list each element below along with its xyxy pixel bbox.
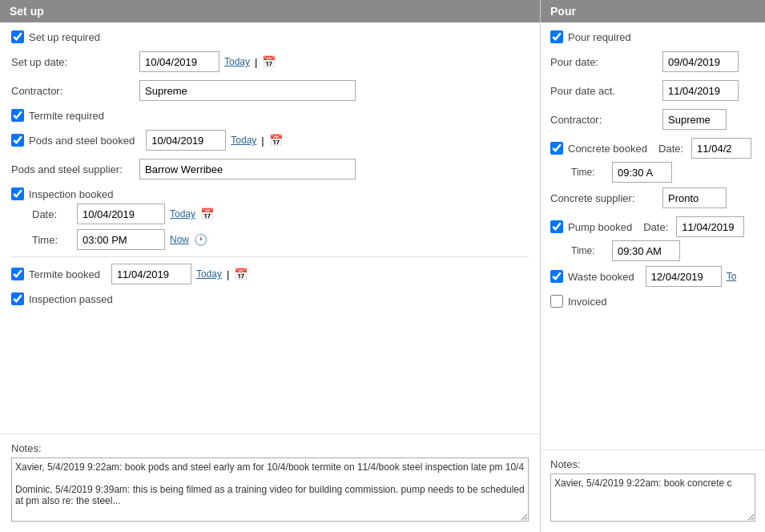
termite-booked-row: Termite booked Today | 📅 bbox=[11, 264, 529, 284]
invoiced-row: Invoiced bbox=[550, 295, 755, 308]
termite-calendar-icon[interactable]: 📅 bbox=[234, 268, 248, 280]
pour-date-value-group bbox=[662, 51, 739, 72]
pour-contractor-label: Contractor: bbox=[550, 114, 662, 126]
waste-booked-row: Waste booked To bbox=[550, 266, 755, 287]
pods-steel-checkbox[interactable] bbox=[11, 134, 24, 147]
termite-today-link[interactable]: Today bbox=[196, 268, 222, 280]
pour-contractor-row: Contractor: bbox=[550, 109, 755, 130]
left-notes-section: Notes: bbox=[0, 433, 540, 532]
pods-supplier-input[interactable] bbox=[139, 159, 356, 179]
pump-booked-checkbox[interactable] bbox=[550, 220, 563, 233]
pour-contractor-value-group bbox=[662, 109, 727, 130]
waste-date-input[interactable] bbox=[646, 266, 722, 287]
pods-steel-date-sep: | bbox=[261, 135, 264, 147]
concrete-booked-row: Concrete booked Date: bbox=[550, 138, 755, 159]
pour-date-label: Pour date: bbox=[550, 56, 662, 68]
concrete-supplier-label: Concrete supplier: bbox=[550, 192, 662, 204]
concrete-supplier-input[interactable] bbox=[662, 187, 727, 208]
pour-date-input[interactable] bbox=[662, 51, 739, 72]
termite-date-sep: | bbox=[227, 268, 229, 280]
inspection-time-input[interactable] bbox=[77, 229, 165, 250]
setup-date-sep: | bbox=[255, 56, 257, 68]
setup-calendar-icon[interactable]: 📅 bbox=[262, 55, 276, 68]
pour-date-row: Pour date: bbox=[550, 51, 755, 72]
setup-date-row: Set up date: Today | 📅 bbox=[11, 51, 529, 72]
pods-supplier-row: Pods and steel supplier: bbox=[11, 159, 529, 179]
inspection-calendar-icon[interactable]: 📅 bbox=[200, 208, 214, 220]
concrete-time-row: Time: bbox=[571, 162, 755, 183]
inspection-time-row: Time: Now 🕐 bbox=[32, 229, 529, 250]
pour-contractor-input[interactable] bbox=[662, 109, 727, 130]
inspection-passed-row: Inspection passed bbox=[11, 292, 529, 305]
pump-booked-row: Pump booked Date: bbox=[550, 216, 755, 237]
inspection-passed-label: Inspection passed bbox=[29, 293, 113, 305]
left-notes-textarea[interactable] bbox=[11, 457, 529, 522]
inspection-booked-checkbox[interactable] bbox=[11, 187, 24, 200]
termite-required-label: Termite required bbox=[29, 110, 104, 122]
concrete-time-input[interactable] bbox=[612, 162, 672, 183]
termite-required-row: Termite required bbox=[11, 109, 529, 122]
inspection-booked-label: Inspection booked bbox=[29, 188, 114, 200]
inspection-date-label: Date: bbox=[32, 208, 72, 220]
pump-time-row: Time: bbox=[571, 240, 755, 261]
pods-steel-row: Pods and steel booked Today | 📅 bbox=[11, 130, 529, 151]
concrete-supplier-row: Concrete supplier: bbox=[550, 187, 755, 208]
inspection-passed-checkbox[interactable] bbox=[11, 292, 24, 305]
left-notes-label: Notes: bbox=[11, 442, 529, 454]
termite-required-checkbox[interactable] bbox=[11, 109, 24, 122]
right-notes-section: Notes: bbox=[541, 449, 765, 532]
pour-date-act-row: Pour date act. bbox=[550, 80, 755, 101]
pour-required-checkbox[interactable] bbox=[550, 30, 563, 43]
setup-date-value-group: Today | 📅 bbox=[139, 51, 276, 72]
setup-date-label: Set up date: bbox=[11, 56, 139, 68]
pods-supplier-value-group bbox=[139, 159, 356, 179]
pump-date-inline-label: Date: bbox=[643, 221, 668, 233]
right-notes-label: Notes: bbox=[550, 458, 755, 470]
inspection-today-link[interactable]: Today bbox=[170, 208, 195, 220]
inspection-booked-row: Inspection booked bbox=[11, 187, 529, 200]
inspection-clock-icon[interactable]: 🕐 bbox=[194, 233, 207, 246]
setup-required-label: Set up required bbox=[29, 31, 100, 43]
setup-required-checkbox[interactable] bbox=[11, 30, 24, 43]
inspection-time-label: Time: bbox=[32, 234, 72, 246]
pods-steel-today-link[interactable]: Today bbox=[231, 135, 256, 146]
concrete-time-label: Time: bbox=[571, 167, 607, 178]
contractor-value-group bbox=[139, 80, 356, 101]
pour-header: Pour bbox=[541, 0, 765, 22]
contractor-label: Contractor: bbox=[11, 85, 139, 97]
concrete-booked-checkbox[interactable] bbox=[550, 142, 563, 155]
termite-date-input[interactable] bbox=[111, 264, 191, 284]
concrete-date-input[interactable] bbox=[691, 138, 751, 159]
setup-header: Set up bbox=[0, 0, 540, 22]
pods-steel-date-input[interactable] bbox=[146, 130, 226, 151]
contractor-row: Contractor: bbox=[11, 80, 529, 101]
pump-time-label: Time: bbox=[571, 245, 607, 256]
invoiced-checkbox[interactable] bbox=[550, 295, 563, 308]
pump-date-input[interactable] bbox=[676, 216, 744, 237]
pour-required-label: Pour required bbox=[568, 31, 631, 43]
concrete-date-inline-label: Date: bbox=[658, 143, 683, 155]
inspection-date-row: Date: Today 📅 bbox=[32, 204, 529, 224]
pump-booked-label: Pump booked bbox=[568, 221, 632, 233]
termite-booked-checkbox[interactable] bbox=[11, 268, 24, 280]
pods-steel-label: Pods and steel booked bbox=[29, 135, 135, 147]
pump-time-input[interactable] bbox=[612, 240, 680, 261]
setup-required-row: Set up required bbox=[11, 30, 529, 43]
setup-date-input[interactable] bbox=[139, 51, 219, 72]
waste-booked-checkbox[interactable] bbox=[550, 270, 563, 283]
right-notes-textarea[interactable] bbox=[550, 474, 755, 522]
concrete-booked-label: Concrete booked bbox=[568, 143, 647, 155]
concrete-supplier-value-group bbox=[662, 187, 727, 208]
contractor-input[interactable] bbox=[139, 80, 356, 101]
inspection-date-input[interactable] bbox=[77, 204, 165, 224]
pour-required-row: Pour required bbox=[550, 30, 755, 43]
waste-today-link[interactable]: To bbox=[727, 271, 737, 282]
pods-supplier-label: Pods and steel supplier: bbox=[11, 163, 139, 175]
pods-steel-calendar-icon[interactable]: 📅 bbox=[269, 134, 283, 147]
termite-booked-label: Termite booked bbox=[29, 268, 100, 280]
inspection-now-link[interactable]: Now bbox=[170, 234, 189, 245]
waste-booked-label: Waste booked bbox=[568, 271, 634, 283]
setup-today-link[interactable]: Today bbox=[224, 56, 250, 67]
invoiced-label: Invoiced bbox=[568, 296, 606, 308]
pour-date-act-input[interactable] bbox=[662, 80, 739, 101]
